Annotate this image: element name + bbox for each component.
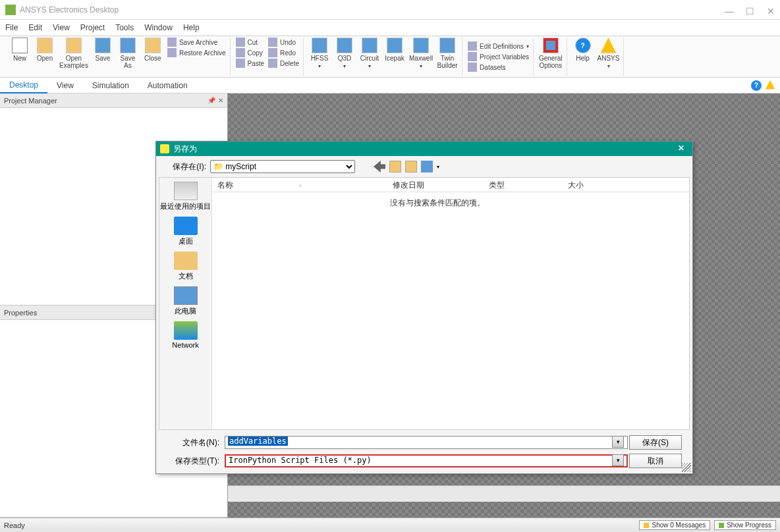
tab-simulation[interactable]: Simulation	[83, 78, 138, 93]
copy-button[interactable]: Copy	[236, 48, 265, 57]
cut-icon	[236, 38, 245, 47]
ribbon: New Open Open Examples Save Save As Clos…	[0, 36, 780, 78]
q3d-button[interactable]: Q3D▾	[334, 38, 355, 69]
dialog-footer: 文件名(N): addVariables ▾ 保存(S) 保存类型(T): Ir…	[156, 430, 692, 473]
menu-help[interactable]: Help	[183, 23, 200, 32]
ansys-button[interactable]: ANSYS▾	[598, 38, 620, 69]
status-ready: Ready	[4, 521, 25, 529]
dialog-title: 另存为	[173, 144, 197, 155]
menu-view[interactable]: View	[53, 23, 70, 32]
circuit-button[interactable]: Circuit▾	[359, 38, 380, 69]
project-variables-button[interactable]: Project Variables	[468, 52, 529, 61]
tab-view[interactable]: View	[47, 78, 83, 93]
cut-button[interactable]: Cut	[236, 38, 265, 47]
restore-archive-button[interactable]: Restore Archive	[167, 48, 226, 57]
filename-input[interactable]: addVariables	[225, 436, 628, 449]
close-button-ribbon[interactable]: Close	[142, 38, 163, 62]
show-messages-button[interactable]: Show 0 Messages	[639, 520, 710, 530]
datasets-button[interactable]: Datasets	[468, 63, 529, 72]
save-confirm-button[interactable]: 保存(S)	[629, 435, 682, 450]
col-date[interactable]: 修改日期	[387, 178, 484, 192]
redo-icon	[268, 48, 277, 57]
pin-icon[interactable]: 📌	[208, 97, 215, 104]
maximize-button[interactable]: ☐	[746, 6, 754, 14]
app-title: ANSYS Electronics Desktop	[20, 5, 725, 14]
paste-button[interactable]: Paste	[236, 59, 265, 68]
empty-message: 没有与搜索条件匹配的项。	[212, 192, 689, 214]
ansys-small-icon[interactable]	[766, 80, 775, 90]
filename-dropdown-button[interactable]: ▾	[612, 436, 624, 448]
open-button[interactable]: Open	[34, 38, 55, 62]
delete-button[interactable]: Delete	[268, 59, 299, 68]
filetype-select[interactable]: IronPython Script Files (*.py)	[225, 454, 628, 467]
save-as-dialog: 另存为 ✕ 保存在(I): 📁 myScript ▾ 最近使用的项目 桌面 文档…	[155, 141, 693, 474]
tab-desktop[interactable]: Desktop	[0, 78, 47, 93]
menu-tools[interactable]: Tools	[115, 23, 134, 32]
dialog-sidebar: 最近使用的项目 桌面 文档 此电脑 Network	[159, 178, 212, 429]
file-list: 名称^ 修改日期 类型 大小 没有与搜索条件匹配的项。	[212, 178, 689, 429]
menu-window[interactable]: Window	[144, 23, 173, 32]
edit-definitions-button[interactable]: Edit Definitions ▾	[468, 41, 529, 51]
hfss-button[interactable]: HFSS▾	[309, 38, 330, 69]
sidebar-recent[interactable]: 最近使用的项目	[160, 182, 211, 211]
tab-automation[interactable]: Automation	[138, 78, 197, 93]
minimize-button[interactable]: —	[725, 6, 733, 14]
delete-icon	[268, 59, 277, 68]
twin-builder-button[interactable]: Twin Builder	[437, 38, 458, 69]
undo-button[interactable]: Undo	[268, 38, 299, 47]
menu-project[interactable]: Project	[80, 23, 105, 32]
general-options-button[interactable]: General Options	[539, 38, 563, 69]
paste-icon	[236, 59, 245, 68]
app-icon	[5, 5, 16, 15]
redo-button[interactable]: Redo	[268, 48, 299, 57]
save-archive-button[interactable]: Save Archive	[167, 38, 226, 47]
file-list-headers: 名称^ 修改日期 类型 大小	[212, 178, 689, 192]
new-button[interactable]: New	[9, 38, 30, 62]
menu-file[interactable]: File	[5, 23, 18, 32]
views-icon[interactable]	[421, 161, 433, 173]
cancel-button[interactable]: 取消	[629, 454, 682, 468]
filetype-dropdown-button[interactable]: ▾	[612, 454, 624, 466]
filetype-label: 保存类型(T):	[167, 456, 219, 467]
help-button[interactable]: ?Help	[572, 38, 594, 62]
titlebar: ANSYS Electronics Desktop — ☐ ✕	[0, 0, 780, 20]
saveas-button[interactable]: Save As	[117, 38, 138, 69]
dialog-icon	[160, 144, 169, 153]
panel-close-icon[interactable]: ✕	[218, 97, 223, 104]
dialog-toolbar: 保存在(I): 📁 myScript ▾	[156, 156, 692, 177]
col-size[interactable]: 大小	[563, 178, 615, 192]
new-folder-icon[interactable]	[405, 161, 417, 173]
dialog-body: 最近使用的项目 桌面 文档 此电脑 Network 名称^ 修改日期 类型 大小…	[159, 177, 690, 430]
save-button[interactable]: Save	[92, 38, 113, 62]
open-examples-button[interactable]: Open Examples	[59, 38, 88, 69]
sidebar-desktop[interactable]: 桌面	[174, 217, 198, 246]
close-button[interactable]: ✕	[767, 6, 775, 14]
sidebar-network[interactable]: Network	[172, 321, 198, 349]
project-manager-title: Project Manager 📌✕	[0, 93, 227, 108]
statusbar: Ready Show 0 Messages Show Progress	[0, 518, 780, 532]
copy-icon	[236, 48, 245, 57]
save-in-label: 保存在(I):	[167, 161, 206, 173]
back-icon[interactable]	[374, 161, 385, 173]
folder-select[interactable]: 📁 myScript	[210, 160, 355, 173]
ribbon-tab-strip: Desktop View Simulation Automation ?	[0, 78, 780, 93]
sidebar-documents[interactable]: 文档	[174, 252, 198, 281]
resize-grip[interactable]	[682, 463, 691, 472]
show-progress-button[interactable]: Show Progress	[714, 520, 776, 530]
icepak-button[interactable]: Icepak	[384, 38, 405, 62]
up-folder-icon[interactable]	[389, 161, 401, 173]
col-type[interactable]: 类型	[484, 178, 563, 192]
undo-icon	[268, 38, 277, 47]
sidebar-thispc[interactable]: 此电脑	[174, 286, 198, 316]
menu-edit[interactable]: Edit	[28, 23, 42, 32]
dialog-close-button[interactable]: ✕	[678, 144, 688, 154]
dialog-titlebar: 另存为 ✕	[156, 142, 692, 156]
menubar: File Edit View Project Tools Window Help	[0, 20, 780, 36]
filename-label: 文件名(N):	[167, 437, 219, 448]
col-name[interactable]: 名称^	[212, 178, 387, 192]
maxwell-button[interactable]: Maxwell▾	[409, 38, 433, 69]
help-icon[interactable]: ?	[751, 80, 762, 91]
